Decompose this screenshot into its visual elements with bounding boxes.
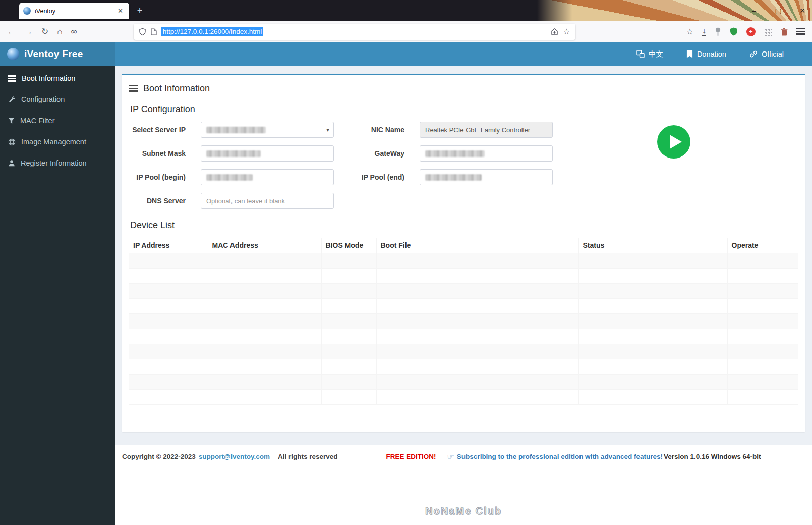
browser-tab[interactable]: iVentoy ✕ bbox=[19, 3, 129, 19]
device-row-empty bbox=[129, 329, 798, 344]
ip-pool-begin-label: IP Pool (begin) bbox=[129, 173, 186, 181]
browser-navbar: ← → ↻ ⌂ ∞ http://127.0.0.1:26000/index.h… bbox=[0, 21, 812, 42]
gateway-label: GateWay bbox=[344, 149, 404, 158]
app-brand[interactable]: iVentoy Free bbox=[0, 42, 115, 66]
form-row-2: Subnet Mask GateWay bbox=[129, 145, 798, 162]
new-tab-button[interactable]: + bbox=[133, 4, 146, 17]
sidebar-item-label: Image Management bbox=[21, 138, 86, 146]
sidebar-item-label: Boot Information bbox=[22, 74, 75, 82]
dns-server-field[interactable] bbox=[201, 193, 334, 209]
copyright-label: Copyright © 2022-2023 bbox=[122, 453, 196, 460]
save-to-pocket-icon[interactable] bbox=[551, 28, 558, 35]
page-title: Boot Information bbox=[143, 83, 210, 94]
free-edition-badge: FREE EDITION! bbox=[386, 453, 436, 460]
sidebar-item-image-management[interactable]: Image Management bbox=[0, 131, 115, 152]
start-boot-service-button[interactable] bbox=[657, 125, 690, 159]
redacted-value bbox=[425, 150, 485, 157]
home-button[interactable]: ⌂ bbox=[57, 27, 62, 37]
col-boot-file: Boot File bbox=[376, 238, 578, 253]
hand-pointer-icon: ☞ bbox=[447, 452, 454, 461]
app-brand-name: iVentoy Free bbox=[24, 48, 83, 60]
url-bar[interactable]: http://127.0.0.1:26000/index.html ☆ bbox=[134, 24, 575, 40]
header-nav-donation[interactable]: Donation bbox=[686, 50, 726, 58]
window-controls: – ▢ ✕ bbox=[749, 0, 807, 21]
pin-extension-icon[interactable] bbox=[715, 27, 721, 36]
header-nav-language-label: 中文 bbox=[649, 49, 663, 59]
header-nav-official-label: Official bbox=[762, 50, 784, 58]
sidebar-item-mac-filter[interactable]: MAC Filter bbox=[0, 110, 115, 131]
menu-hamburger-icon[interactable] bbox=[796, 28, 805, 35]
dns-server-input[interactable] bbox=[206, 193, 328, 208]
nic-name-label: NIC Name bbox=[344, 126, 404, 134]
ip-pool-begin-field[interactable] bbox=[201, 169, 334, 185]
trash-extension-icon[interactable] bbox=[781, 28, 788, 36]
minimize-button[interactable]: – bbox=[749, 7, 759, 15]
tab-close-icon[interactable]: ✕ bbox=[115, 6, 125, 16]
dns-server-label: DNS Server bbox=[129, 197, 186, 205]
app-header: iVentoy Free 中文 Donation Official bbox=[0, 42, 812, 66]
back-button[interactable]: ← bbox=[7, 27, 16, 37]
shield-star-extension-icon[interactable]: ☆ bbox=[686, 27, 693, 36]
browser-tab-bar: iVentoy ✕ + – ▢ ✕ bbox=[0, 0, 812, 21]
redacted-value bbox=[206, 127, 266, 133]
sidebar-item-boot-information[interactable]: Boot Information bbox=[0, 68, 115, 89]
server-ip-select[interactable]: ▾ bbox=[201, 122, 334, 138]
extension-infinity-icon[interactable]: ∞ bbox=[71, 27, 77, 37]
user-icon bbox=[8, 160, 15, 167]
ip-configuration-heading: IP Configuration bbox=[130, 104, 798, 115]
support-email-link[interactable]: support@iventoy.com bbox=[199, 453, 270, 460]
copyright-text: Copyright © 2022-2023 support@iventoy.co… bbox=[122, 453, 338, 460]
flag-icon bbox=[686, 50, 693, 58]
gateway-field[interactable] bbox=[420, 145, 553, 162]
sidebar: Boot Information Configuration MAC Filte… bbox=[0, 66, 115, 525]
sidebar-item-configuration[interactable]: Configuration bbox=[0, 89, 115, 110]
device-row-empty bbox=[129, 298, 798, 313]
bookmark-star-icon[interactable]: ☆ bbox=[563, 27, 570, 36]
footer-row: Copyright © 2022-2023 support@iventoy.co… bbox=[122, 452, 805, 461]
downloads-icon[interactable]: ↓ bbox=[702, 27, 706, 36]
page-info-icon[interactable] bbox=[151, 28, 157, 35]
subscribe-link[interactable]: Subscribing to the professional edition … bbox=[457, 453, 663, 460]
form-row-1: Select Server IP ▾ NIC Name bbox=[129, 122, 798, 138]
reload-button[interactable]: ↻ bbox=[41, 26, 48, 37]
restore-button[interactable]: ▢ bbox=[774, 7, 783, 15]
rights-label: All rights reserved bbox=[278, 453, 338, 460]
col-ip-address: IP Address bbox=[129, 238, 208, 253]
redacted-value bbox=[206, 150, 261, 157]
green-shield-extension-icon[interactable] bbox=[730, 27, 738, 36]
funnel-icon bbox=[8, 117, 15, 124]
iventoy-globe-logo-icon bbox=[7, 48, 19, 60]
device-table-header-row: IP Address MAC Address BIOS Mode Boot Fi… bbox=[129, 238, 798, 253]
form-row-3: IP Pool (begin) IP Pool (end) bbox=[129, 169, 798, 185]
sidebar-item-label: Configuration bbox=[21, 95, 65, 103]
forward-button[interactable]: → bbox=[24, 27, 33, 37]
subnet-mask-field[interactable] bbox=[201, 145, 334, 162]
extensions-grid-icon[interactable] bbox=[764, 28, 772, 36]
url-text-selected[interactable]: http://127.0.0.1:26000/index.html bbox=[161, 27, 264, 36]
header-nav: 中文 Donation Official bbox=[115, 42, 812, 66]
col-status: Status bbox=[578, 238, 727, 253]
header-nav-official[interactable]: Official bbox=[749, 50, 784, 58]
ip-pool-end-field[interactable] bbox=[420, 169, 553, 185]
select-server-ip-label: Select Server IP bbox=[129, 126, 186, 134]
page-layout: Boot Information Configuration MAC Filte… bbox=[0, 66, 812, 525]
device-row-empty bbox=[129, 344, 798, 359]
version-label: Version 1.0.16 Windows 64-bit bbox=[664, 453, 761, 460]
device-row-empty bbox=[129, 283, 798, 298]
content-area: Boot Information IP Configuration Select… bbox=[115, 66, 812, 525]
window-close-button[interactable]: ✕ bbox=[798, 7, 807, 15]
browser-window: iVentoy ✕ + – ▢ ✕ ← → ↻ ⌂ ∞ http://127.0… bbox=[0, 0, 812, 525]
tab-favicon-globe-icon bbox=[23, 7, 31, 15]
shield-icon[interactable] bbox=[139, 28, 146, 36]
header-nav-language[interactable]: 中文 bbox=[636, 49, 663, 59]
device-row-empty bbox=[129, 313, 798, 329]
red-circle-extension-icon[interactable]: + bbox=[746, 27, 756, 36]
redacted-value bbox=[206, 174, 253, 181]
sidebar-item-register-information[interactable]: Register Information bbox=[0, 152, 115, 174]
ip-pool-end-label: IP Pool (end) bbox=[344, 173, 404, 181]
sidebar-item-label: MAC Filter bbox=[20, 117, 54, 125]
card-title-row: Boot Information bbox=[129, 81, 798, 96]
subnet-mask-label: Subnet Mask bbox=[129, 149, 186, 158]
server-list-icon bbox=[129, 85, 138, 92]
col-operate: Operate bbox=[727, 238, 798, 253]
